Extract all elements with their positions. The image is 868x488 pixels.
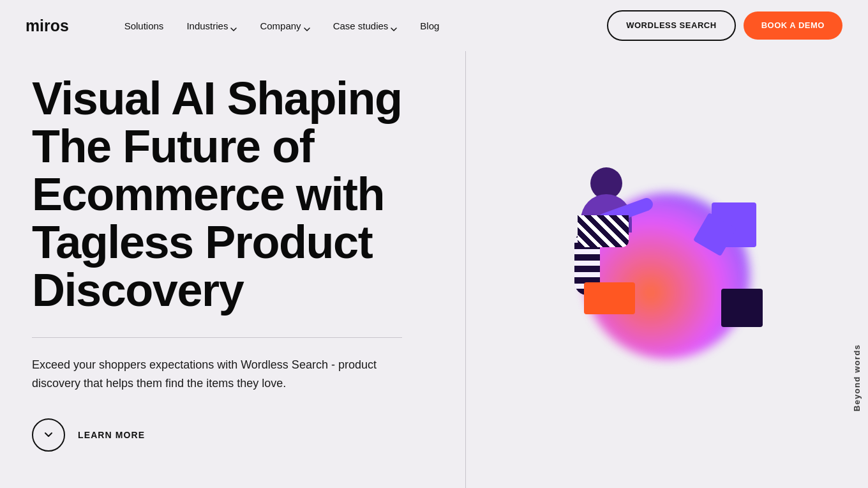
hero-title: Visual AI Shaping The Future of Ecommerc… xyxy=(32,75,415,314)
learn-more-label: LEARN MORE xyxy=(78,430,145,440)
hero-divider xyxy=(32,337,402,339)
nav-blog[interactable]: Blog xyxy=(420,20,439,31)
logo[interactable]: miros xyxy=(26,15,94,36)
nav-industries[interactable]: Industries xyxy=(186,20,237,31)
svg-text:miros: miros xyxy=(26,17,69,34)
nav-solutions[interactable]: Solutions xyxy=(124,20,164,31)
illustration-rect-orange xyxy=(584,282,635,314)
beyond-words-label: Beyond words xyxy=(846,332,868,424)
chevron-down-icon xyxy=(43,430,54,440)
illustration-square-dark xyxy=(721,289,763,327)
wordless-search-button[interactable]: Wordless Search xyxy=(607,10,735,41)
nav-actions: Wordless Search Book a Demo xyxy=(607,10,842,41)
illustration-figure-stripes xyxy=(578,215,629,247)
illustration xyxy=(565,167,769,372)
nav-case-studies[interactable]: Case studies xyxy=(333,20,398,31)
hero-content: Visual AI Shaping The Future of Ecommerc… xyxy=(32,51,466,488)
main-nav: miros Solutions Industries Company Case … xyxy=(0,0,868,51)
hero-cta: LEARN MORE xyxy=(32,418,465,452)
hero-section: Visual AI Shaping The Future of Ecommerc… xyxy=(0,51,868,488)
chevron-down-icon xyxy=(391,22,397,29)
nav-company[interactable]: Company xyxy=(260,20,310,31)
chevron-down-icon xyxy=(304,22,310,29)
nav-links: Solutions Industries Company Case studie… xyxy=(124,20,608,31)
scroll-down-button[interactable] xyxy=(32,418,65,452)
hero-illustration xyxy=(466,51,868,488)
hero-subtitle: Exceed your shoppers expectations with W… xyxy=(32,356,377,393)
chevron-down-icon xyxy=(230,22,237,29)
book-demo-button[interactable]: Book a Demo xyxy=(744,11,842,40)
